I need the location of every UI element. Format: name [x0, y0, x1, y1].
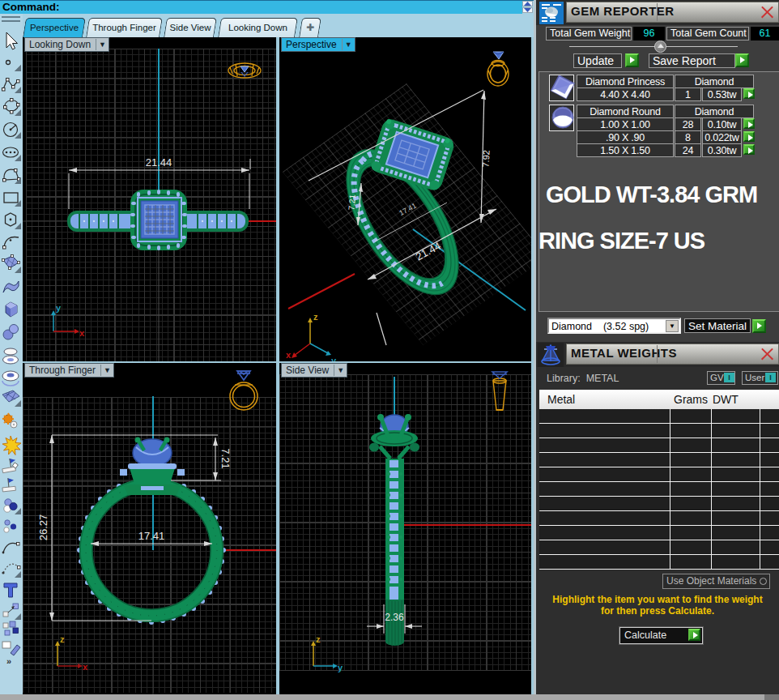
svg-text:y: y — [331, 356, 337, 361]
svg-text:7.21: 7.21 — [219, 448, 232, 468]
svg-text:x: x — [286, 350, 292, 360]
svg-text:x: x — [83, 662, 88, 672]
svg-text:26.27: 26.27 — [37, 514, 49, 541]
svg-text:y: y — [56, 303, 62, 313]
svg-text:7.21: 7.21 — [347, 194, 357, 211]
svg-text:21.44: 21.44 — [146, 156, 172, 169]
svg-text:y: y — [338, 663, 343, 672]
svg-text:x: x — [79, 328, 85, 338]
svg-text:»: » — [6, 656, 11, 666]
svg-text:z: z — [316, 634, 321, 644]
svg-text:7.92: 7.92 — [480, 150, 491, 168]
svg-text:z: z — [313, 312, 318, 322]
svg-text:z: z — [60, 634, 65, 644]
svg-text:2.36: 2.36 — [385, 612, 404, 623]
svg-text:17.41: 17.41 — [138, 530, 165, 542]
